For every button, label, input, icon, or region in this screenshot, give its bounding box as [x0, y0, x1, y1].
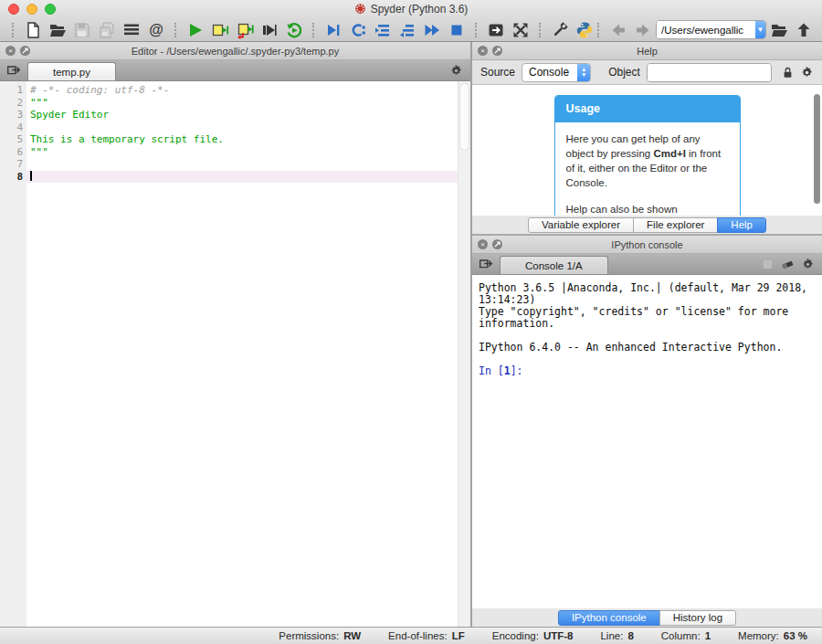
object-input[interactable] [648, 64, 772, 81]
editor-text[interactable]: # -*- coding: utf-8 -*- """ Spyder Edito… [26, 81, 458, 627]
debug-step-return-button[interactable] [395, 19, 419, 41]
toolbar-separator [174, 23, 177, 37]
open-file-button[interactable] [46, 19, 69, 41]
close-pane-icon[interactable]: × [478, 46, 488, 56]
help-panel-title: Help [472, 46, 822, 57]
main-area: × Editor - /Users/ewengallic/.spyder-py3… [0, 42, 822, 627]
console-line [479, 354, 816, 365]
working-directory-input[interactable] [657, 21, 755, 38]
new-window-button[interactable] [484, 19, 508, 41]
python-path-manager-button[interactable] [573, 19, 596, 41]
tab-file-explorer[interactable]: File explorer [633, 217, 718, 233]
parent-directory-button[interactable] [792, 19, 816, 41]
console-output[interactable]: Python 3.6.5 |Anaconda, Inc.| (default, … [472, 275, 822, 608]
right-column: × Help Source Console ▲▼ Object ▼ [472, 42, 822, 627]
editor-code-area[interactable]: 1 2 3 4 5 6 7 8 # -*- coding: utf-8 -*- … [0, 81, 470, 627]
usage-card-body: Here you can get help of any object by p… [555, 122, 740, 216]
clear-console-eraser-icon[interactable] [780, 258, 795, 270]
debug-step-button[interactable] [346, 19, 370, 41]
open-directory-button[interactable] [767, 19, 791, 41]
debug-continue-button[interactable] [420, 19, 444, 41]
select-arrows-icon: ▲▼ [577, 64, 590, 81]
back-button[interactable] [606, 19, 630, 41]
save-file-button[interactable] [70, 19, 94, 41]
browse-tabs-button[interactable] [0, 60, 27, 80]
console-options-gear-icon[interactable] [801, 258, 815, 271]
undock-pane-icon[interactable] [492, 239, 502, 249]
find-symbols-button[interactable]: @ [144, 19, 168, 41]
chevron-down-icon[interactable]: ▼ [755, 21, 765, 38]
status-memory: Memory:63 % [738, 630, 807, 641]
help-controls: Source Console ▲▼ Object ▼ [472, 60, 822, 85]
close-pane-icon[interactable]: × [478, 239, 488, 249]
help-scrollbar-thumb[interactable] [814, 94, 820, 204]
help-panel: × Help Source Console ▲▼ Object ▼ [472, 42, 822, 234]
close-pane-icon[interactable]: × [5, 46, 16, 56]
code-line: This is a temporary script file. [26, 133, 458, 146]
undock-pane-icon[interactable] [20, 46, 30, 56]
working-directory-combobox[interactable]: ▼ [656, 20, 766, 39]
console-line: information. [479, 318, 816, 330]
tab-help[interactable]: Help [717, 217, 766, 233]
minimize-window-button[interactable] [26, 4, 37, 15]
debug-stop-button[interactable] [445, 19, 469, 41]
tab-variable-explorer[interactable]: Variable explorer [528, 217, 634, 233]
close-window-button[interactable] [8, 4, 19, 15]
tab-history-log[interactable]: History log [659, 610, 736, 626]
status-column: Column:1 [661, 630, 711, 641]
window-title: Spyder (Python 3.6) [371, 3, 469, 16]
editor-tab-temp-py[interactable]: temp.py [27, 62, 116, 80]
interrupt-kernel-icon[interactable] [762, 259, 774, 270]
window-chrome: Spyder (Python 3.6) @ [0, 0, 822, 42]
preferences-button[interactable] [548, 19, 572, 41]
run-cell-button[interactable] [208, 19, 232, 41]
editor-panel-header: × Editor - /Users/ewengallic/.spyder-py3… [0, 42, 470, 60]
tab-ipython-console[interactable]: IPython console [558, 610, 660, 626]
usage-card-title: Usage [555, 96, 740, 122]
zoom-window-button[interactable] [45, 4, 56, 15]
help-options-gear-icon[interactable] [800, 66, 814, 79]
editor-scrollbar[interactable] [458, 81, 470, 627]
console-bottom-tabs: IPython console History log [472, 608, 822, 627]
usage-card: Usage Here you can get help of any objec… [554, 95, 741, 216]
toolbar-handle [12, 23, 15, 37]
run-file-button[interactable] [184, 19, 207, 41]
undock-pane-icon[interactable] [492, 46, 502, 56]
console-panel-header: × IPython console [472, 236, 822, 254]
at-icon: @ [149, 23, 163, 37]
text-cursor [30, 171, 32, 181]
status-end-of-lines: End-of-lines:LF [388, 630, 465, 641]
toolbar-separator [312, 23, 315, 37]
editor-scrollbar-thumb[interactable] [459, 83, 469, 151]
object-combobox[interactable]: ▼ [647, 63, 772, 82]
file-switcher-button[interactable] [120, 19, 143, 41]
main-toolbar: @ ▼ [0, 17, 822, 42]
editor-options-gear-icon[interactable] [449, 64, 463, 78]
status-bar: Permissions:RW End-of-lines:LF Encoding:… [0, 627, 822, 644]
editor-line-numbers: 1 2 3 4 5 6 7 8 [0, 81, 26, 627]
source-label: Source [480, 66, 515, 79]
source-select[interactable]: Console ▲▼ [522, 63, 591, 82]
debug-file-button[interactable] [321, 19, 345, 41]
object-label: Object [608, 66, 640, 79]
status-permissions: Permissions:RW [279, 630, 361, 641]
save-all-button[interactable] [95, 19, 119, 41]
console-tabbar: Console 1/A [472, 254, 822, 275]
browse-tabs-button[interactable] [472, 254, 500, 274]
rerun-cell-button[interactable] [282, 19, 306, 41]
code-line [26, 158, 458, 171]
forward-button[interactable] [631, 19, 655, 41]
editor-panel-title: Editor - /Users/ewengallic/.spyder-py3/t… [0, 46, 470, 57]
run-cell-and-advance-button[interactable] [233, 19, 257, 41]
run-selection-button[interactable] [258, 19, 281, 41]
debug-step-into-button[interactable] [371, 19, 395, 41]
console-tab[interactable]: Console 1/A [500, 256, 608, 274]
status-line: Line:8 [600, 630, 633, 641]
new-file-button[interactable] [21, 19, 45, 41]
console-line: IPython 6.4.0 -- An enhanced Interactive… [479, 342, 816, 354]
console-input-prompt[interactable]: In [1]: [479, 365, 816, 377]
code-line: Spyder Editor [26, 109, 458, 121]
help-panel-header: × Help [472, 42, 822, 60]
lock-icon[interactable] [782, 66, 794, 79]
maximize-pane-button[interactable] [509, 19, 532, 41]
